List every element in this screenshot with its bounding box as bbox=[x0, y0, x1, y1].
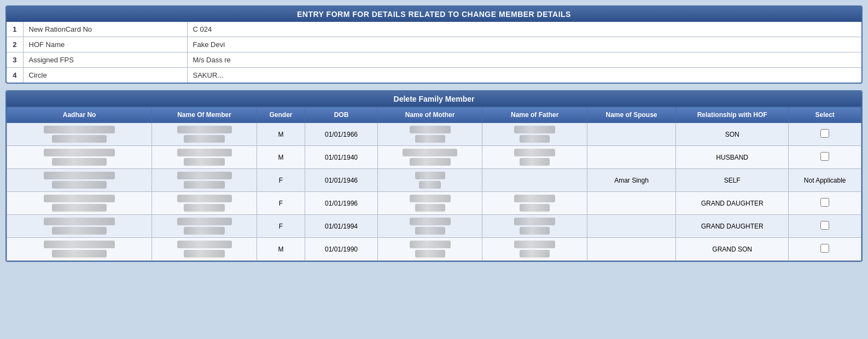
cell-select[interactable] bbox=[789, 146, 861, 169]
cell-relationship: GRAND SON bbox=[676, 238, 789, 261]
table-row: M01/01/1966SON bbox=[7, 123, 861, 146]
row-number: 2 bbox=[7, 37, 23, 52]
field-value: Fake Devi bbox=[187, 37, 861, 52]
select-checkbox[interactable] bbox=[820, 152, 829, 161]
field-value: M/s Dass re bbox=[187, 52, 861, 68]
entry-form-row: 3 Assigned FPS M/s Dass re bbox=[7, 52, 861, 68]
cell-aadhar bbox=[7, 215, 152, 238]
cell-spouse bbox=[587, 123, 675, 146]
cell-dob: 01/01/1946 bbox=[305, 169, 378, 192]
cell-relationship: GRAND DAUGHTER bbox=[676, 215, 789, 238]
cell-name bbox=[152, 192, 257, 215]
cell-father bbox=[482, 146, 587, 169]
col-header-relationship: Relationship with HOF bbox=[676, 107, 789, 123]
cell-dob: 01/01/1966 bbox=[305, 123, 378, 146]
cell-spouse bbox=[587, 146, 675, 169]
cell-relationship: SON bbox=[676, 123, 789, 146]
cell-mother bbox=[377, 123, 482, 146]
cell-gender: M bbox=[257, 146, 305, 169]
col-header-spouse: Name of Spouse bbox=[587, 107, 675, 123]
cell-aadhar bbox=[7, 146, 152, 169]
cell-name bbox=[152, 123, 257, 146]
cell-aadhar bbox=[7, 169, 152, 192]
row-number: 3 bbox=[7, 52, 23, 68]
cell-gender: M bbox=[257, 123, 305, 146]
entry-form-row: 2 HOF Name Fake Devi bbox=[7, 37, 861, 52]
field-label: Assigned FPS bbox=[23, 52, 187, 68]
table-row: M01/01/1940HUSBAND bbox=[7, 146, 861, 169]
cell-name bbox=[152, 146, 257, 169]
cell-relationship: SELF bbox=[676, 169, 789, 192]
cell-select[interactable] bbox=[789, 123, 861, 146]
table-row: F01/01/1946Amar SinghSELFNot Applicable bbox=[7, 169, 861, 192]
col-header-select: Select bbox=[789, 107, 861, 123]
entry-form-row: 1 New RationCard No C 024 bbox=[7, 22, 861, 37]
cell-relationship: HUSBAND bbox=[676, 146, 789, 169]
cell-father bbox=[482, 123, 587, 146]
cell-name bbox=[152, 238, 257, 261]
cell-relationship: GRAND DAUGHTER bbox=[676, 192, 789, 215]
cell-mother bbox=[377, 215, 482, 238]
col-header-father: Name of Father bbox=[482, 107, 587, 123]
table-row: F01/01/1994GRAND DAUGHTER bbox=[7, 215, 861, 238]
entry-form-table: 1 New RationCard No C 024 2 HOF Name Fak… bbox=[7, 22, 861, 83]
field-value: C 024 bbox=[187, 22, 861, 37]
family-table: Aadhar No Name Of Member Gender DOB Name… bbox=[7, 107, 861, 261]
cell-father bbox=[482, 192, 587, 215]
cell-aadhar bbox=[7, 192, 152, 215]
select-checkbox[interactable] bbox=[820, 198, 829, 207]
cell-mother bbox=[377, 238, 482, 261]
entry-form-title: ENTRY FORM FOR DETAILS RELATED TO CHANGE… bbox=[7, 7, 861, 22]
cell-select[interactable] bbox=[789, 238, 861, 261]
col-header-gender: Gender bbox=[257, 107, 305, 123]
cell-gender: F bbox=[257, 192, 305, 215]
col-header-mother: Name of Mother bbox=[377, 107, 482, 123]
cell-dob: 01/01/1990 bbox=[305, 238, 378, 261]
cell-select[interactable] bbox=[789, 215, 861, 238]
cell-aadhar bbox=[7, 123, 152, 146]
cell-mother bbox=[377, 146, 482, 169]
cell-spouse bbox=[587, 238, 675, 261]
row-number: 1 bbox=[7, 22, 23, 37]
cell-dob: 01/01/1994 bbox=[305, 215, 378, 238]
cell-mother bbox=[377, 192, 482, 215]
cell-select: Not Applicable bbox=[789, 169, 861, 192]
field-label: Circle bbox=[23, 68, 187, 83]
family-member-container: Delete Family Member Aadhar No Name Of M… bbox=[5, 90, 863, 262]
cell-spouse bbox=[587, 192, 675, 215]
cell-dob: 01/01/1940 bbox=[305, 146, 378, 169]
field-value: SAKUR... bbox=[187, 68, 861, 83]
cell-gender: M bbox=[257, 238, 305, 261]
select-checkbox[interactable] bbox=[820, 129, 829, 138]
cell-father bbox=[482, 169, 587, 192]
cell-select[interactable] bbox=[789, 192, 861, 215]
cell-gender: F bbox=[257, 169, 305, 192]
cell-mother bbox=[377, 169, 482, 192]
col-header-name: Name Of Member bbox=[152, 107, 257, 123]
cell-name bbox=[152, 169, 257, 192]
select-checkbox[interactable] bbox=[820, 221, 829, 230]
cell-spouse: Amar Singh bbox=[587, 169, 675, 192]
select-checkbox[interactable] bbox=[820, 244, 829, 253]
cell-father bbox=[482, 215, 587, 238]
family-member-title: Delete Family Member bbox=[7, 91, 861, 107]
col-header-aadhar: Aadhar No bbox=[7, 107, 152, 123]
cell-father bbox=[482, 238, 587, 261]
cell-name bbox=[152, 215, 257, 238]
cell-aadhar bbox=[7, 238, 152, 261]
cell-spouse bbox=[587, 215, 675, 238]
entry-form-row: 4 Circle SAKUR... bbox=[7, 68, 861, 83]
field-label: HOF Name bbox=[23, 37, 187, 52]
table-row: F01/01/1996GRAND DAUGHTER bbox=[7, 192, 861, 215]
entry-form-container: ENTRY FORM FOR DETAILS RELATED TO CHANGE… bbox=[5, 5, 863, 84]
col-header-dob: DOB bbox=[305, 107, 378, 123]
cell-gender: F bbox=[257, 215, 305, 238]
cell-dob: 01/01/1996 bbox=[305, 192, 378, 215]
table-row: M01/01/1990GRAND SON bbox=[7, 238, 861, 261]
row-number: 4 bbox=[7, 68, 23, 83]
field-label: New RationCard No bbox=[23, 22, 187, 37]
